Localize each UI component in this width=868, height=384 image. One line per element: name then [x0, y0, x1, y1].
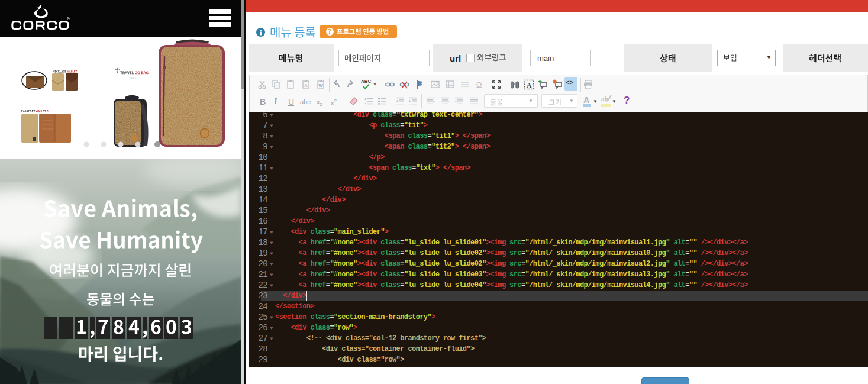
- svg-text:A: A: [527, 81, 532, 89]
- svg-text:W: W: [318, 83, 323, 88]
- svg-text:Ω: Ω: [476, 80, 482, 89]
- svg-text:2: 2: [364, 101, 367, 105]
- svg-text:A: A: [304, 83, 308, 88]
- svg-text:1: 1: [364, 97, 367, 101]
